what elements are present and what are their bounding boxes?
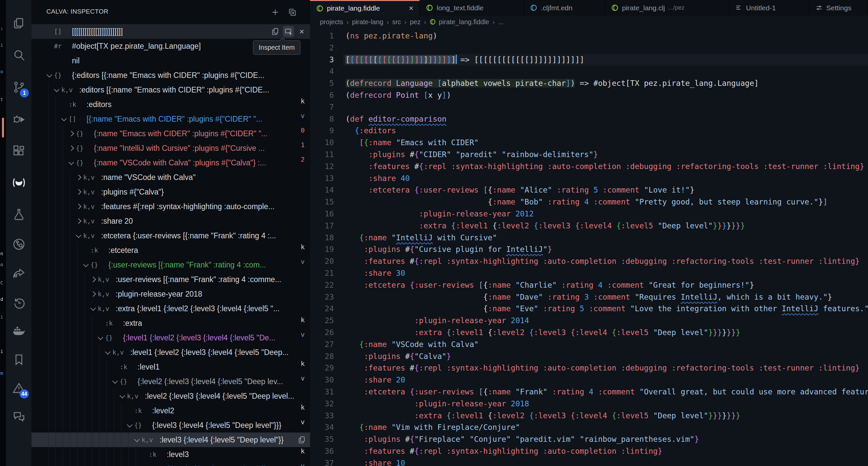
tree-row[interactable]: {}{:editors [{:name "Emacs with CIDER" :… xyxy=(31,68,310,83)
tree-row[interactable]: k,v:plugins #{"Calva"} xyxy=(31,185,310,199)
tree-row[interactable]: {}{:level1 {:level2 {:level3 {:level4 {:… xyxy=(31,331,310,345)
docker-icon[interactable] xyxy=(6,319,31,343)
chevron-down-icon[interactable] xyxy=(54,87,60,92)
copy-icon[interactable] xyxy=(296,434,307,445)
tree-row[interactable]: {}{:name "VSCode with Calva" :plugins #{… xyxy=(31,155,310,170)
code-line[interactable]: 5(defrecord Language [alphabet vowels pi… xyxy=(310,77,868,90)
chevron-right-icon[interactable] xyxy=(91,291,96,297)
code-line[interactable]: 28 :plugins #{"Calva"} xyxy=(310,351,868,363)
extensions-icon[interactable] xyxy=(6,138,31,163)
clear-all-button[interactable] xyxy=(287,7,298,18)
tree-row[interactable]: {}{:level3 {:level4 {:level5 "Deep level… xyxy=(31,418,310,433)
code-line[interactable]: 35 :plugins #{"Fireplace" "Conjure" "par… xyxy=(310,434,868,445)
code-line[interactable]: 16 :plugin-release-year 2012 xyxy=(310,208,868,220)
tree-row[interactable]: k,v:extra {:level1 {:level2 {:level3 {:l… xyxy=(31,301,310,316)
chevron-down-icon[interactable] xyxy=(113,378,118,384)
tree-row[interactable]: :k:level3k xyxy=(31,447,310,462)
tree-row[interactable]: :k:editorsk xyxy=(31,97,310,112)
chevron-right-icon[interactable] xyxy=(91,277,96,282)
tab-long_text.fiddle[interactable]: long_text.fiddle xyxy=(420,0,524,15)
code-line[interactable]: 22 :etcetera {:user-reviews [{:name "Cha… xyxy=(310,279,868,291)
breadcrumb-tail[interactable]: ... xyxy=(498,18,504,26)
tree-row[interactable]: k,v:features #{:repl :syntax-highlightin… xyxy=(31,199,310,214)
code-line[interactable]: 23 {:name "Dave" :rating 3 :comment "Req… xyxy=(310,291,868,303)
chevron-down-icon[interactable] xyxy=(83,261,89,267)
tree-row[interactable]: k,v:level3 {:level4 {:level5 "Deep level… xyxy=(31,433,310,447)
breadcrumb-item[interactable]: pirate_lang.fiddle xyxy=(429,18,489,26)
tree-row[interactable]: k,v:level1 {:level2 {:level3 {:level4 {:… xyxy=(31,345,310,360)
copy-icon[interactable] xyxy=(270,26,281,37)
tab-pirate_lang.clj[interactable]: pirate_lang.clj.../pez xyxy=(605,0,729,15)
tree-row[interactable]: :k:extrak xyxy=(31,316,310,331)
tree-row[interactable]: {}{:user-reviews [{:name "Frank" :rating… xyxy=(31,257,310,272)
tab-Untitled-1[interactable]: Untitled-1 xyxy=(729,0,809,15)
search-icon[interactable] xyxy=(6,43,31,68)
tree-row[interactable]: [][[[[[[[[[[[[]]]]]]]]]]]]× xyxy=(31,24,310,39)
code-editor[interactable]: 1(ns pez.pirate-lang)23[[[[[[[[[[[[]]]]]… xyxy=(310,28,868,466)
code-line[interactable]: 8(def editor-comparison xyxy=(310,113,868,125)
tree-row[interactable]: k,v:share 20 xyxy=(31,214,310,228)
chevron-down-icon[interactable] xyxy=(105,349,111,354)
chevron-down-icon[interactable] xyxy=(76,232,82,238)
code-line[interactable]: 11 :plugins #{"CIDER" "paredit" "rainbow… xyxy=(310,149,868,161)
code-line[interactable]: 17 :extra {:level1 {:level2 {:level3 {:l… xyxy=(310,220,868,232)
chevron-right-icon[interactable] xyxy=(76,189,82,195)
tree-row[interactable]: k,v:etcetera {:user-reviews [{:name "Fra… xyxy=(31,228,310,243)
warning-icon[interactable]: 44 xyxy=(6,376,31,400)
inspect-icon[interactable] xyxy=(283,26,294,37)
code-line[interactable]: 25 :plugin-release-year 2014 xyxy=(310,315,868,327)
tab-pirate_lang.fiddle[interactable]: pirate_lang.fiddle× xyxy=(310,0,420,15)
code-line[interactable]: 26 :extra {:level1 {:level2 {:level3 {:l… xyxy=(310,327,868,339)
history-icon[interactable] xyxy=(6,290,31,315)
close-icon[interactable]: × xyxy=(404,4,413,13)
chevron-down-icon[interactable] xyxy=(91,305,96,311)
code-line[interactable]: 10 [{:name "Emacs with CIDER" xyxy=(310,137,868,149)
debug-icon[interactable] xyxy=(6,107,31,131)
chevron-down-icon[interactable] xyxy=(69,159,74,165)
tab-.cljfmt.edn[interactable]: .cljfmt.edn xyxy=(524,0,605,15)
tree-row[interactable]: {}{:level2 {:level3 {:level4 {:level5 "D… xyxy=(31,374,310,389)
chevron-right-icon[interactable] xyxy=(76,204,82,210)
chevron-right-icon[interactable] xyxy=(76,175,82,180)
calva-icon[interactable] xyxy=(6,170,31,195)
code-line[interactable]: 1(ns pez.pirate-lang) xyxy=(310,30,868,42)
code-line[interactable]: 15 {:name "Bob" :rating 4 :comment "Pret… xyxy=(310,196,868,208)
chevron-right-icon[interactable] xyxy=(69,131,74,136)
code-line[interactable]: 14 :etcetera {:user-reviews [{:name "Ali… xyxy=(310,184,868,196)
code-line[interactable]: 2 xyxy=(310,42,868,54)
code-line[interactable]: 6(defrecord Point [x y]) xyxy=(310,90,868,101)
code-line[interactable]: 27 {:name "VSCode with Calva" xyxy=(310,339,868,351)
chevron-down-icon[interactable] xyxy=(98,334,103,340)
add-item-button[interactable] xyxy=(270,7,281,18)
chevron-right-icon[interactable] xyxy=(76,218,82,224)
code-line[interactable]: 34 {:name "Vim with Fireplace/Conjure" xyxy=(310,422,868,434)
code-line[interactable]: 20 :features #{:repl :syntax-highlightin… xyxy=(310,255,868,268)
breadcrumb-item[interactable]: pirate-lang xyxy=(352,18,383,26)
code-line[interactable]: 13 :share 40 xyxy=(310,173,868,185)
code-line[interactable]: 36 :features #{:repl :syntax-highlightin… xyxy=(310,445,868,457)
tree-row[interactable]: {}{:name "Emacs with CIDER" :plugins #{"… xyxy=(31,126,310,141)
close-icon[interactable]: × xyxy=(296,26,307,37)
tree-row[interactable]: :k:level1k xyxy=(31,360,310,374)
code-line[interactable]: 19 :plugins #{"Cursive plugin for Intell… xyxy=(310,244,868,255)
chevron-down-icon[interactable] xyxy=(120,393,125,398)
code-line[interactable]: 37 :share 10 xyxy=(310,457,868,466)
tree-row[interactable]: k,v:name "VSCode with Calva" xyxy=(31,170,310,185)
tree-row[interactable]: :k:etceterak xyxy=(31,243,310,257)
tree-row[interactable]: {}{:name "IntelliJ with Cursive" :plugin… xyxy=(31,141,310,155)
share-icon[interactable] xyxy=(6,261,31,286)
source-control-icon[interactable]: 1 xyxy=(6,75,31,99)
code-line[interactable]: 30 :share 20 xyxy=(310,374,868,386)
code-line[interactable]: 24 {:name "Eve" :rating 5 :comment "Love… xyxy=(310,303,868,315)
code-line[interactable]: 3[[[[[[[[[[[[]]]]]]]]]]]] => [[[[[[[[[[[… xyxy=(310,54,868,66)
code-line[interactable]: 31 :etcetera {:user-reviews [{:name "Fra… xyxy=(310,386,868,398)
test-flask-icon[interactable] xyxy=(6,202,31,227)
chevron-right-icon[interactable] xyxy=(69,146,74,151)
chevron-down-icon[interactable] xyxy=(134,436,140,442)
tree-row[interactable]: {}{:level4 {:level5 "Deep level"}}v xyxy=(31,462,310,466)
code-line[interactable]: 33 :extra {:level1 {:level2 {:level3 {:l… xyxy=(310,410,868,422)
comments-icon[interactable] xyxy=(6,404,31,429)
breadcrumb-item[interactable]: src xyxy=(392,18,401,26)
code-line[interactable]: 29 :features #{:repl :syntax-highlightin… xyxy=(310,362,868,374)
chevron-down-icon[interactable] xyxy=(47,72,52,77)
